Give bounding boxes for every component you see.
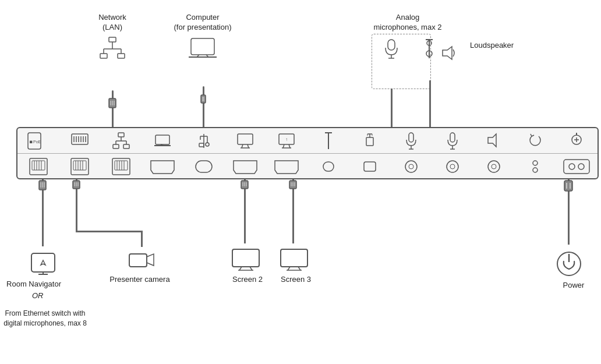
svg-rect-71 [323, 162, 334, 171]
loudspeaker-label-block: Loudspeaker [451, 41, 521, 51]
room-navigator-icon [29, 249, 57, 277]
power-icon [554, 249, 584, 278]
svg-point-77 [488, 161, 500, 172]
computer-label: Computer (for presentation) [168, 13, 238, 33]
svg-rect-59 [73, 161, 86, 170]
port-reset [515, 128, 556, 153]
connector-screen3 [289, 179, 297, 190]
presenter-camera-icon [127, 249, 156, 270]
port-computer [142, 128, 183, 153]
connector-presenter-cam [72, 179, 80, 190]
port-usbc [349, 154, 390, 179]
svg-rect-84 [109, 37, 116, 42]
connector-network [108, 98, 116, 109]
port-usb2 [349, 128, 390, 153]
connector-screen2 [241, 179, 249, 190]
port-mic2 [432, 128, 473, 153]
svg-rect-44 [450, 133, 455, 142]
port-monitor [225, 128, 266, 153]
port-poe: ⏹PoE [17, 128, 59, 153]
cable-computer [203, 86, 204, 128]
svg-rect-81 [564, 160, 589, 174]
svg-text:↑: ↑ [285, 137, 288, 142]
dashed-mic-box [372, 34, 431, 89]
port-monitor2: ↑ [266, 128, 307, 153]
port-rj45-3 [100, 154, 142, 179]
svg-rect-72 [364, 162, 376, 171]
svg-point-76 [450, 164, 455, 169]
analog-mic-label-block: Analog microphones, max 2 [364, 13, 451, 33]
svg-rect-41 [409, 133, 413, 142]
svg-rect-122 [129, 254, 147, 267]
svg-point-80 [533, 168, 538, 172]
panel-bottom-row [17, 154, 598, 179]
connector-computer [200, 94, 206, 105]
port-power-socket [556, 154, 598, 179]
svg-text:⏹PoE: ⏹PoE [29, 140, 41, 144]
port-pen [307, 128, 349, 153]
cable-network [112, 90, 114, 130]
port-circular-2 [432, 154, 473, 179]
svg-rect-9 [118, 133, 124, 137]
svg-line-27 [248, 144, 249, 148]
svg-rect-91 [191, 38, 214, 55]
port-serial [59, 128, 100, 153]
svg-rect-36 [366, 137, 373, 146]
from-ethernet-label: From Ethernet switch with digital microp… [0, 309, 90, 328]
svg-point-79 [533, 161, 538, 165]
svg-rect-135 [281, 249, 307, 267]
port-dp [183, 154, 225, 179]
svg-rect-127 [232, 249, 259, 267]
port-network [100, 128, 142, 153]
cable-presenter-cam-v2 [141, 231, 143, 247]
svg-rect-85 [100, 54, 107, 58]
port-buttons [515, 154, 556, 179]
screen2-icon [231, 248, 260, 271]
svg-rect-139 [564, 181, 572, 191]
svg-point-78 [492, 164, 496, 169]
computer-label-block: Computer (for presentation) [168, 13, 238, 62]
svg-rect-25 [238, 134, 253, 144]
cable-mic1 [391, 89, 393, 128]
svg-rect-70 [196, 161, 212, 172]
presenter-camera-label: Presenter camera [102, 275, 178, 284]
svg-marker-47 [488, 134, 496, 147]
svg-marker-103 [443, 47, 452, 59]
svg-rect-53 [32, 161, 45, 170]
port-hdmi-3 [266, 154, 307, 179]
screen3-icon [280, 248, 309, 271]
svg-rect-108 [201, 95, 206, 103]
port-audio-out [473, 128, 515, 153]
svg-point-75 [447, 161, 458, 172]
room-navigator-label: Room Navigator [5, 280, 63, 288]
svg-rect-11 [123, 144, 129, 149]
svg-rect-115 [31, 253, 55, 272]
power-label: Power [556, 281, 591, 289]
svg-rect-16 [155, 135, 169, 144]
port-rj45-1 [17, 154, 59, 179]
port-usb [183, 128, 225, 153]
screen2-label: Screen 2 [230, 275, 265, 284]
cable-presenter-cam-h [76, 231, 143, 232]
port-hdmi-2 [225, 154, 266, 179]
svg-point-22 [206, 143, 209, 146]
connector-room-nav-top [38, 179, 47, 191]
network-label-block: Network (LAN) [86, 13, 139, 62]
cable-mic2 [429, 80, 431, 128]
analog-mic-label: Analog microphones, max 2 [364, 13, 451, 33]
svg-rect-65 [115, 161, 128, 170]
diagram-container: ⏹PoE [0, 0, 601, 364]
port-power-top [556, 128, 598, 153]
svg-rect-21 [199, 143, 204, 147]
port-rj45-2 [59, 154, 100, 179]
svg-line-30 [283, 144, 284, 148]
svg-line-31 [289, 144, 290, 148]
svg-point-73 [405, 161, 417, 172]
svg-point-74 [409, 164, 413, 169]
port-circular-3 [473, 154, 515, 179]
loudspeaker-label: Loudspeaker [470, 41, 521, 51]
port-usb-small [307, 154, 349, 179]
network-label: Network (LAN) [86, 13, 139, 33]
svg-point-83 [578, 164, 584, 169]
port-mic1 [390, 128, 432, 153]
